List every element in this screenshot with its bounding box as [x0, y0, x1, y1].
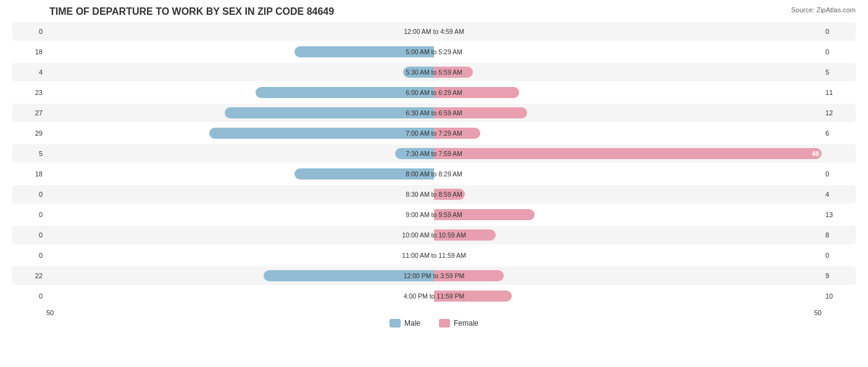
bar-section: 7:00 AM to 7:29 AM [46, 126, 822, 140]
male-bar [264, 270, 434, 281]
female-bar [434, 128, 480, 139]
female-value: 4 [822, 191, 856, 198]
table-row: 276:30 AM to 6:59 AM12 [12, 104, 856, 122]
legend: Male Female [12, 319, 856, 328]
female-bar [434, 107, 527, 118]
female-legend-label: Female [454, 319, 478, 328]
male-side [46, 228, 434, 242]
chart-container: TIME OF DEPARTURE TO WORK BY SEX IN ZIP … [0, 0, 868, 367]
female-side [434, 228, 822, 242]
bars-wrapper: 12:00 AM to 4:59 AM [46, 25, 822, 38]
male-value: 22 [12, 272, 46, 279]
male-bar [209, 128, 434, 139]
bar-section: 487:30 AM to 7:59 AM [46, 147, 822, 160]
female-value: 11 [822, 89, 856, 96]
female-value: 13 [822, 211, 856, 218]
table-row: 236:00 AM to 6:29 AM11 [12, 83, 856, 102]
female-value: 12 [822, 109, 856, 117]
female-side [434, 208, 822, 221]
female-side [434, 106, 822, 120]
male-value: 0 [12, 252, 46, 259]
bars-wrapper: 5:30 AM to 5:59 AM [46, 65, 822, 79]
male-bar [294, 46, 434, 57]
male-side [46, 188, 434, 201]
table-row: 45:30 AM to 5:59 AM5 [12, 63, 856, 81]
male-side [46, 126, 434, 140]
female-bar [434, 209, 535, 220]
female-side [434, 25, 822, 38]
bars-wrapper: 5:00 AM to 5:29 AM [46, 45, 822, 59]
table-row: 04:00 PM to 11:59 PM10 [12, 287, 856, 305]
male-side [46, 167, 434, 181]
female-value: 6 [822, 130, 856, 137]
male-bar [256, 87, 434, 98]
source-label: Source: ZipAtlas.com [791, 6, 856, 14]
bars-wrapper: 11:00 AM to 11:59 AM [46, 249, 822, 262]
female-side [434, 269, 822, 282]
female-side [434, 249, 822, 262]
bars-wrapper: 7:00 AM to 7:29 AM [46, 126, 822, 140]
axis-label-50-left: 50 [46, 309, 54, 316]
female-side [434, 188, 822, 201]
male-value: 23 [12, 89, 46, 96]
female-value: 9 [822, 272, 856, 279]
male-side [46, 65, 434, 79]
bars-wrapper: 8:30 AM to 8:59 AM [46, 188, 822, 201]
male-value: 0 [12, 292, 46, 300]
chart-area: 012:00 AM to 4:59 AM0185:00 AM to 5:29 A… [12, 22, 856, 305]
male-value: 5 [12, 150, 46, 157]
table-row: 09:00 AM to 9:59 AM13 [12, 205, 856, 224]
male-side [46, 147, 434, 160]
bars-wrapper: 12:00 PM to 3:59 PM [46, 269, 822, 282]
male-value: 18 [12, 170, 46, 178]
bar-section: 5:00 AM to 5:29 AM [46, 45, 822, 59]
female-side [434, 86, 822, 99]
axis-label-50-right: 50 [814, 309, 822, 316]
male-value: 0 [12, 28, 46, 35]
table-row: 2212:00 PM to 3:59 PM9 [12, 266, 856, 285]
table-row: 012:00 AM to 4:59 AM0 [12, 22, 856, 41]
male-side [46, 269, 434, 282]
table-row: 08:30 AM to 8:59 AM4 [12, 185, 856, 204]
male-value: 0 [12, 211, 46, 218]
male-value: 27 [12, 109, 46, 117]
male-side [46, 25, 434, 38]
table-row: 188:00 AM to 8:29 AM0 [12, 165, 856, 183]
male-side [46, 249, 434, 262]
legend-male: Male [390, 319, 420, 328]
female-value: 0 [822, 48, 856, 56]
bars-wrapper: 487:30 AM to 7:59 AM [46, 147, 822, 160]
bars-wrapper: 4:00 PM to 11:59 PM [46, 289, 822, 303]
female-value: 0 [822, 252, 856, 259]
bars-wrapper: 6:30 AM to 6:59 AM [46, 106, 822, 120]
female-value: 10 [822, 292, 856, 300]
table-row: 297:00 AM to 7:29 AM6 [12, 124, 856, 142]
female-side [434, 45, 822, 59]
bars-wrapper: 8:00 AM to 8:29 AM [46, 167, 822, 181]
male-value: 0 [12, 191, 46, 198]
bar-section: 4:00 PM to 11:59 PM [46, 289, 822, 303]
bar-section: 6:00 AM to 6:29 AM [46, 86, 822, 99]
bar-section: 11:00 AM to 11:59 AM [46, 249, 822, 262]
bar-section: 5:30 AM to 5:59 AM [46, 65, 822, 79]
male-bar [395, 148, 434, 159]
bars-wrapper: 10:00 AM to 10:59 AM [46, 228, 822, 242]
bar-section: 6:30 AM to 6:59 AM [46, 106, 822, 120]
female-value: 0 [822, 28, 856, 35]
male-value: 0 [12, 231, 46, 239]
female-bar [434, 291, 512, 302]
female-value: 8 [822, 231, 856, 239]
male-bar [403, 67, 434, 78]
male-legend-box [390, 319, 401, 328]
female-bar-end-label: 48 [812, 150, 819, 157]
female-bar [434, 229, 496, 241]
male-value: 29 [12, 130, 46, 137]
table-row: 5487:30 AM to 7:59 AM [12, 144, 856, 163]
male-side [46, 208, 434, 221]
male-side [46, 106, 434, 120]
male-bar [294, 168, 434, 179]
female-side: 48 [434, 147, 822, 160]
male-value: 4 [12, 68, 46, 76]
table-row: 011:00 AM to 11:59 AM0 [12, 246, 856, 265]
female-bar [434, 67, 473, 78]
